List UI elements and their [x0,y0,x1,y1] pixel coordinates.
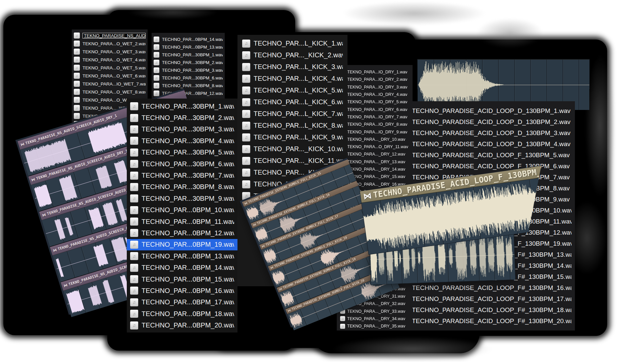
file-row[interactable]: ♫TEKNO_PARA...IO_DRY_2.wav [337,76,413,83]
file-row[interactable]: ♫TECHNO_PAR...L_KICK_1.wav [237,38,347,49]
audio-file-icon: ♫ [74,33,80,39]
audio-file-icon: ♫ [74,81,80,87]
file-row[interactable]: ♫TECHNO_PAR...0BPM_17.wav [127,297,237,308]
file-row[interactable]: ♫TEKNO_PARA...O_WET_2.wav [72,40,148,48]
file-row[interactable]: ♫TEKNO_PARA...O_WET_6.wav [72,72,148,80]
file-row[interactable]: ♫TECHNO_PAR...L_KICK_8.wav [237,120,347,131]
file-name: TEKNO_PARA...O_WET_3.wav [83,49,146,54]
file-row[interactable]: ♫TEKNO_PARA...IO_DRY_7.wav [337,113,413,121]
file-name: TECHNO_PAR...30BPM_7.wav [142,172,234,179]
file-row[interactable]: ♫TECHNO_PARADISE_ACID_LOOP_D_130BPM_1.wa… [385,105,575,116]
audio-file-icon: ♫ [154,37,159,42]
file-row[interactable]: ♫TECHNO_PAR...30BPM_4.wav [127,135,237,146]
file-row[interactable]: ♫TECHNO_PAR...L_KICK_6.wav [237,96,347,108]
file-row[interactable]: ♫TECHNO_PAR...0BPM_10.wav [127,204,237,216]
file-row[interactable]: ♫TEKNO_PARA..._DRY_34.wav [337,315,413,322]
file-name: TECHNO_PAR...L_KICK_7.wav [254,110,343,118]
file-row[interactable]: ♫TEKNO_PARA...IO_DRY_8.wav [337,121,413,128]
file-row[interactable]: ♫TECHNO_PAR...30BPM_3.wav [127,124,237,135]
file-name: TEKNO_PARA...O_WET_5.wav [83,65,146,70]
file-row[interactable]: ♫TECHNO_PAR...0BPM_16.wav [127,285,237,296]
file-name: TEKNO_PARA...IO_DRY_7.wav [347,115,407,119]
file-row[interactable]: ♫TECHNO_PAR...30BPM_8.wav [152,82,225,89]
file-row[interactable]: ♫TECHNO_PAR...0BPM_14.wav [152,36,225,43]
desktop: ♫TEKNO_PARADISE_NS_AUDIO_♫TEKNO_PARA...O… [0,0,644,362]
file-row[interactable]: ♫TECHNO_PARADISE_ACID_LOOP_F#_130BPM_18.… [385,304,575,315]
file-row[interactable]: ♫TECHNO_PAR...L_KICK_9.wav [237,131,347,143]
rename-field[interactable]: TEKNO_PARADISE_NS_AUDIO_ [83,33,146,39]
file-row[interactable]: ♫TECHNO_PAR...0BPM_11.wav [127,216,237,227]
edge-fuzz [476,18,543,48]
file-row[interactable]: ♫TEKNO_PARA...IO_DRY_9.wav [337,128,413,135]
file-row[interactable]: ♫TECHNO_PAR...L_KICK_4.wav [237,73,347,84]
audio-file-icon: ♫ [130,206,138,214]
file-row[interactable]: ♫TECHNO_PAR...30BPM_6.wav [152,74,225,82]
file-name: TECHNO_PAR...L_KICK_1.wav [254,40,343,47]
file-name: TEKNO_PARA...O_WET_6.wav [83,73,146,78]
file-row[interactable]: ♫TECHNO_PAR...30BPM_2.wav [127,112,237,123]
audio-file-icon: ♫ [74,49,80,55]
file-row[interactable]: ♫TEKNO_PARA..._DRY_12.wav [337,150,413,158]
file-row[interactable]: ♫TECHNO_PAR..._KICK_10.wav [237,143,347,155]
audio-file-icon: ♫ [130,241,138,249]
file-row[interactable]: ♫TECHNO_PARADISE_ACID_LOOP_D_130BPM_4.wa… [385,138,575,149]
file-name: TECHNO_PAR...L_KICK_4.wav [254,75,343,82]
file-row[interactable]: ♫TECHNO_PAR...0BPM_19.wav [127,239,237,250]
file-row[interactable]: ♫TECHNO_PARADISE_ACID_LOOP_D_130BPM_3.wa… [385,127,575,138]
file-row[interactable]: ♫TECHNO_PAR...0BPM_13.wav [152,43,225,51]
file-row[interactable]: ♫TECHNO_PAR...30BPM_6.wav [127,158,237,170]
file-row[interactable]: ♫TEKNO_PARA..._DRY_10.wav [337,136,413,143]
file-row[interactable]: ♫TECHNO_PAR...0BPM_20.wav [127,319,237,331]
file-list-bpm-big[interactable]: ♫TECHNO_PAR...30BPM_1.wav♫TECHNO_PAR...3… [127,99,237,333]
file-name: TECHNO_PARADISE_ACID_LOOP_D_130BPM_1.wav [412,107,571,115]
file-name: TECHNO_PAR...0BPM_16.wav [142,287,234,295]
file-row[interactable]: ♫TECHNO_PAR...30BPM_8.wav [127,181,237,193]
file-row[interactable]: ♫TECHNO_PAR...L_KICK_3.wav [237,61,347,73]
file-row[interactable]: ♫TECHNO_PARADISE_ACID_LOOP_F#_130BPM_16.… [385,282,575,293]
file-row[interactable]: ♫TECHNO_PAR...0BPM_18.wav [127,308,237,319]
file-name: TECHNO_PARADISE_ACID_LOOP_D_130BPM_3.wav [412,129,571,137]
file-row[interactable]: ♫TECHNO_PARADISE_ACID_LOOP_D_130BPM_2.wa… [385,116,575,127]
file-row[interactable]: ♫TECHNO_PARADISE_ACID_LOOP_F#_130BPM_17.… [385,293,575,304]
file-row[interactable]: ♫TEKNO_PARA...IO_DRY_6.wav [337,106,413,113]
file-row[interactable]: ♫TEKNO_PARA...IO_DRY_1.wav [337,68,413,76]
audio-file-icon: ♫ [154,83,159,88]
file-name: TECHNO_PAR...L_KICK_9.wav [254,133,343,141]
file-row[interactable]: ♫TEKNO_PARA...O_WET_4.wav [72,56,148,64]
file-row[interactable]: ♫TECHNO_PAR...30BPM_1.wav [127,101,237,112]
audio-file-icon: ♫ [74,65,80,71]
file-name: TEKNO_PARA...IO_DRY_5.wav [347,100,407,104]
file-name: TEKNO_PARA...IO_DRY_2.wav [347,77,407,82]
file-row[interactable]: ♫TECHNO_PAR...0BPM_15.wav [127,274,237,285]
file-row[interactable]: ♫TECHNO_PAR...30BPM_1.wav [152,51,225,59]
file-row[interactable]: ♫TEKNO_PARA...IO_DRY_3.wav [337,83,413,91]
file-row[interactable]: ♫TECHNO_PAR...30BPM_7.wav [127,170,237,181]
file-name: TEKNO_PARA...O_WET_8.wav [83,89,146,95]
file-row[interactable]: ♫TEKNO_PARA...O_DRY_11.wav [337,143,413,150]
file-name: TECHNO_PAR...L_KICK_5.wav [254,86,343,94]
file-row[interactable]: ♫TEKNO_PARA...IO_DRY_4.wav [337,91,413,98]
file-row[interactable]: ♫TECHNO_PAR...0BPM_13.wav [127,250,237,262]
file-row[interactable]: ♫TEKNO_PARA...IO_WET_7.wav [72,80,148,88]
file-row[interactable]: ♫TECHNO_PAR..._KICK_2.wav [237,49,347,61]
file-row[interactable]: ♫TEKNO_PARA..._DRY_35.wav [337,322,413,330]
file-name: TEKNO_PARA..._DRY_10.wav [347,137,405,142]
file-row[interactable]: ♫TEKNO_PARADISE_NS_AUDIO_ [72,32,148,40]
file-name: TECHNO_PAR...30BPM_4.wav [142,137,234,145]
file-row[interactable]: ♫TECHNO_PAR...30BPM_5.wav [127,147,237,158]
file-row[interactable]: ♫TEKNO_PARA...O_WET_8.wav [72,88,148,96]
file-row[interactable]: ♫TECHNO_PAR...30BPM_2.wav [152,59,225,66]
file-row[interactable]: ♫TECHNO_PAR...L_KICK_5.wav [237,84,347,96]
file-row[interactable]: ♫TECHNO_PAR...0BPM_14.wav [127,262,237,273]
file-row[interactable]: ♫TECHNO_PAR...30BPM_3.wav [152,66,225,74]
file-row[interactable]: ♫TECHNO_PAR...0BPM_12.wav [127,227,237,239]
file-row[interactable]: ♫TECHNO_PARADISE_ACID_LOOP_F_130BPM_6.wa… [385,161,575,172]
file-name: TECHNO_PAR...30BPM_2.wav [142,114,234,122]
file-row[interactable]: ♫TEKNO_PARA...IO_DRY_5.wav [337,98,413,106]
file-row[interactable]: ♫TECHNO_PAR...30BPM_9.wav [127,193,237,204]
file-row[interactable]: ♫TECHNO_PARADISE_ACID_LOOP_F#_130BPM_20.… [385,315,575,326]
file-row[interactable]: ♫TEKNO_PARA...O_WET_5.wav [72,64,148,72]
file-row[interactable]: ♫TECHNO_PAR...L_KICK_7.wav [237,108,347,120]
file-row[interactable]: ♫TEKNO_PARA...O_WET_3.wav [72,48,148,56]
file-row[interactable]: ♫TECHNO_PARADISE_ACID_LOOP_F_130BPM_5.wa… [385,149,575,161]
